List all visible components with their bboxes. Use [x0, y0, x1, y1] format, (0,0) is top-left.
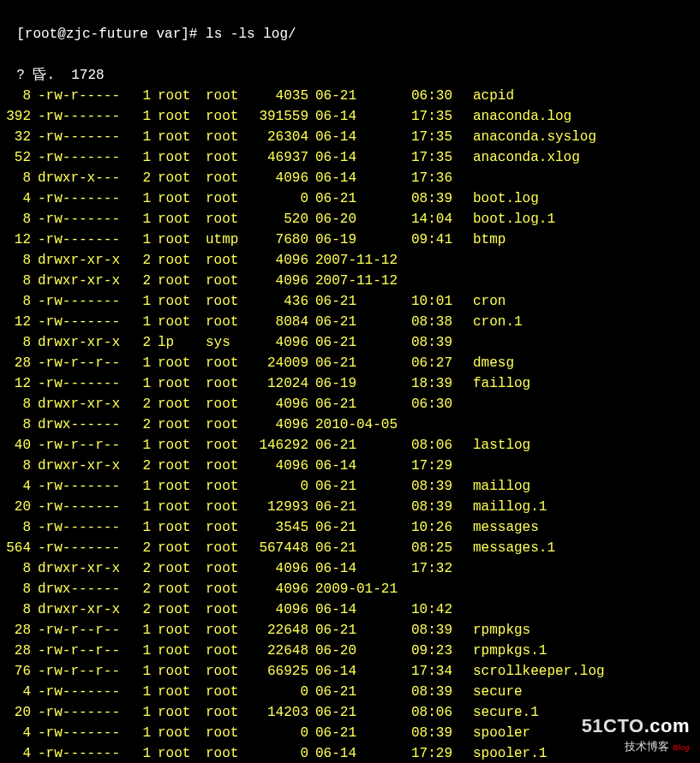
col-filename: spooler.1	[466, 743, 547, 763]
col-links: 1	[134, 476, 151, 497]
col-owner: root	[151, 661, 199, 682]
col-size: 567448	[247, 538, 308, 558]
col-time	[411, 414, 466, 435]
col-group: root	[199, 209, 247, 229]
col-date: 06-14	[308, 168, 411, 188]
list-item: 4-rw-------1rootroot006-2108:39maillog	[0, 476, 700, 497]
col-filename: boot.log	[466, 188, 539, 209]
col-links: 2	[134, 599, 151, 620]
col-links: 1	[134, 147, 151, 168]
col-time: 10:26	[411, 517, 466, 538]
col-time	[411, 271, 466, 291]
col-links: 2	[134, 456, 151, 476]
col-filename	[466, 579, 473, 599]
col-date: 06-19	[308, 373, 411, 394]
file-listing: 8-rw-r-----1rootroot403506-2106:30acpid3…	[0, 86, 700, 763]
col-size: 26304	[247, 127, 308, 147]
col-time: 08:39	[411, 620, 466, 641]
col-filename	[466, 250, 473, 271]
col-time: 08:39	[411, 188, 466, 209]
col-filename: rpmpkgs.1	[466, 641, 547, 661]
col-group: root	[199, 456, 247, 476]
col-blocks: 8	[0, 394, 31, 414]
col-filename	[466, 456, 473, 476]
col-owner: root	[151, 229, 199, 250]
col-blocks: 8	[0, 579, 31, 599]
watermark-brand: 51CTO	[582, 715, 644, 736]
col-perms: -rw-------	[31, 702, 134, 723]
col-date: 06-21	[308, 188, 411, 209]
list-item: 76-rw-r--r--1rootroot6692506-1417:34scro…	[0, 661, 700, 682]
col-filename: maillog.1	[466, 497, 547, 517]
col-size: 24009	[247, 353, 308, 373]
col-date: 06-21	[308, 517, 411, 538]
list-item: 40-rw-r--r--1rootroot14629206-2108:06las…	[0, 435, 700, 456]
col-links: 1	[134, 723, 151, 743]
col-owner: root	[151, 353, 199, 373]
col-perms: -rw-------	[31, 106, 134, 127]
col-size: 4096	[247, 271, 308, 291]
col-perms: drwxr-xr-x	[31, 271, 134, 291]
col-filename	[466, 394, 473, 414]
col-blocks: 4	[0, 188, 31, 209]
col-date: 06-14	[308, 661, 411, 682]
col-time: 18:39	[411, 373, 466, 394]
col-group: root	[199, 723, 247, 743]
col-group: root	[199, 414, 247, 435]
col-owner: root	[151, 86, 199, 106]
col-date: 06-14	[308, 558, 411, 579]
col-time: 17:36	[411, 168, 466, 188]
col-owner: root	[151, 435, 199, 456]
col-perms: drwxr-xr-x	[31, 558, 134, 579]
col-time: 08:25	[411, 538, 466, 558]
col-date: 06-21	[308, 353, 411, 373]
col-time: 17:32	[411, 558, 466, 579]
col-blocks: 4	[0, 743, 31, 763]
col-time: 17:35	[411, 127, 466, 147]
list-item: 32-rw-------1rootroot2630406-1417:35anac…	[0, 127, 700, 147]
col-blocks: 8	[0, 291, 31, 312]
col-size: 7680	[247, 229, 308, 250]
list-item: 4-rw-------1rootroot006-2108:39boot.log	[0, 188, 700, 209]
col-perms: drwx------	[31, 579, 134, 599]
col-time	[411, 579, 466, 599]
col-links: 1	[134, 127, 151, 147]
col-time: 08:38	[411, 312, 466, 332]
col-date: 06-14	[308, 456, 411, 476]
col-size: 4096	[247, 456, 308, 476]
col-date: 06-14	[308, 599, 411, 620]
col-filename	[466, 168, 473, 188]
list-item: 8drwxr-xr-x2rootroot40962007-11-12	[0, 271, 700, 291]
col-filename: anaconda.syslog	[466, 127, 596, 147]
col-links: 1	[134, 517, 151, 538]
col-size: 12993	[247, 497, 308, 517]
col-filename: faillog	[466, 373, 530, 394]
col-time: 06:30	[411, 394, 466, 414]
col-time: 08:39	[411, 476, 466, 497]
col-size: 391559	[247, 106, 308, 127]
col-links: 2	[134, 394, 151, 414]
col-links: 1	[134, 209, 151, 229]
col-perms: -rw-------	[31, 291, 134, 312]
col-filename: cron	[466, 291, 506, 312]
col-perms: -rw-------	[31, 209, 134, 229]
col-date: 2007-11-12	[308, 250, 411, 271]
list-item: 8drwxr-xr-x2rootroot40962007-11-12	[0, 250, 700, 271]
col-links: 2	[134, 558, 151, 579]
col-time: 08:39	[411, 723, 466, 743]
col-group: root	[199, 682, 247, 702]
col-links: 1	[134, 373, 151, 394]
col-date: 06-21	[308, 291, 411, 312]
col-blocks: 12	[0, 373, 31, 394]
col-group: root	[199, 106, 247, 127]
col-size: 436	[247, 291, 308, 312]
col-size: 146292	[247, 435, 308, 456]
col-perms: -rw-------	[31, 723, 134, 743]
col-owner: root	[151, 291, 199, 312]
col-date: 06-14	[308, 127, 411, 147]
col-size: 520	[247, 209, 308, 229]
col-owner: root	[151, 620, 199, 641]
col-time: 10:42	[411, 599, 466, 620]
col-group: root	[199, 168, 247, 188]
col-perms: -rw-------	[31, 229, 134, 250]
